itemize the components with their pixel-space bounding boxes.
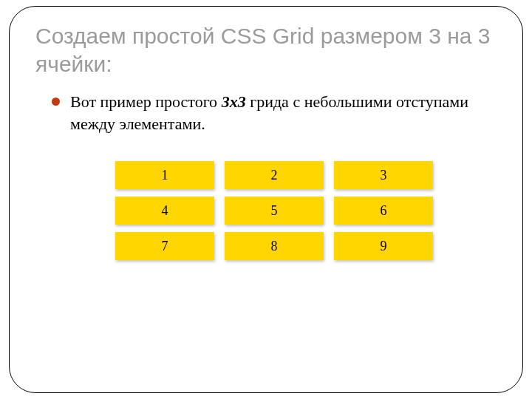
grid-cell: 7 [115,232,214,260]
grid-cell: 6 [334,197,433,225]
grid-cell: 5 [225,197,324,225]
slide-body: Вот пример простого 3x3 грида с небольши… [52,91,497,260]
grid-cell: 8 [225,232,324,260]
grid-cell: 2 [225,161,324,189]
grid-cell: 3 [334,161,433,189]
slide: Создаем простой CSS Grid размером 3 на 3… [0,0,532,399]
bullet-item: Вот пример простого 3x3 грида с небольши… [52,91,497,134]
grid-cell: 9 [334,232,433,260]
slide-title: Создаем простой CSS Grid размером 3 на 3… [35,22,497,78]
grid-cell: 4 [115,197,214,225]
bullet-text-em: 3x3 [222,92,246,111]
bullet-text: Вот пример простого 3x3 грида с небольши… [70,91,497,134]
grid-example: 1 2 3 4 5 6 7 8 9 [115,161,433,260]
grid-cell: 1 [115,161,214,189]
bullet-text-pre: Вот пример простого [70,92,222,111]
bullet-dot-icon [52,98,60,106]
